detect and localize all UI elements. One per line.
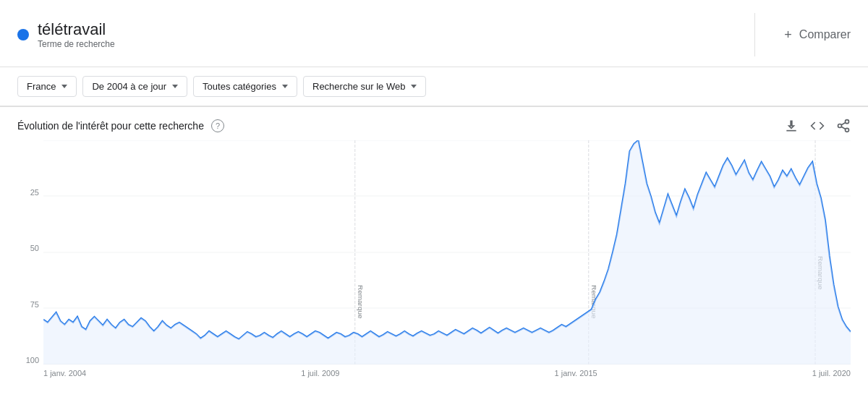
period-filter[interactable]: De 2004 à ce jour (82, 76, 187, 97)
x-axis: 1 janv. 2004 1 juil. 2009 1 janv. 2015 1… (43, 366, 851, 386)
chart-header: Évolution de l'intérêt pour cette recher… (17, 119, 851, 133)
chart-title-block: Évolution de l'intérêt pour cette recher… (17, 119, 224, 132)
compare-plus-icon: + (784, 27, 792, 43)
x-label-2015: 1 janv. 2015 (555, 369, 597, 378)
svg-line-5 (841, 122, 846, 124)
compare-label[interactable]: Comparer (799, 28, 851, 41)
region-label: France (27, 81, 56, 92)
chart-section: Évolution de l'intérêt pour cette recher… (0, 107, 868, 386)
region-filter[interactable]: France (17, 76, 77, 97)
share-icon[interactable] (836, 119, 851, 133)
y-label-25: 25 (17, 188, 39, 197)
trend-chart: Remarque Remarque Remarque (43, 140, 851, 364)
svg-point-3 (846, 128, 849, 132)
x-label-2004: 1 janv. 2004 (43, 369, 86, 378)
svg-line-4 (841, 127, 846, 129)
category-label: Toutes catégories (203, 81, 276, 92)
chart-actions (784, 119, 851, 133)
category-chevron-icon (282, 85, 288, 88)
period-chevron-icon (172, 85, 178, 88)
svg-point-2 (838, 124, 842, 128)
compare-section[interactable]: + Comparer (784, 27, 851, 43)
search-term-title: télétravail (38, 20, 115, 39)
chart-container: 100 75 50 25 Remarque Remarque (17, 140, 851, 386)
search-type-label: Recherche sur le Web (312, 81, 405, 92)
category-filter[interactable]: Toutes catégories (193, 76, 297, 97)
y-axis: 100 75 50 25 (17, 140, 43, 364)
search-type-chevron-icon (411, 85, 417, 88)
x-label-2020: 1 juil. 2020 (812, 369, 851, 378)
svg-point-1 (846, 120, 849, 124)
header: télétravail Terme de recherche + Compare… (0, 0, 868, 67)
download-icon[interactable] (784, 119, 799, 133)
period-label: De 2004 à ce jour (92, 81, 166, 92)
search-term-subtitle: Terme de recherche (38, 39, 115, 49)
search-term-block: télétravail Terme de recherche (17, 20, 115, 49)
region-chevron-icon (61, 85, 67, 88)
filters-bar: France De 2004 à ce jour Toutes catégori… (0, 67, 868, 107)
x-label-2009: 1 juil. 2009 (301, 369, 339, 378)
y-label-100: 100 (17, 356, 39, 364)
help-icon[interactable]: ? (211, 119, 224, 132)
svg-text:Remarque: Remarque (357, 285, 365, 319)
search-term-text: télétravail Terme de recherche (38, 20, 115, 49)
y-label-75: 75 (17, 300, 39, 309)
header-divider (754, 13, 755, 56)
chart-title: Évolution de l'intérêt pour cette recher… (17, 120, 204, 132)
code-icon[interactable] (810, 119, 825, 133)
search-term-dot (17, 29, 29, 40)
search-type-filter[interactable]: Recherche sur le Web (303, 76, 426, 97)
chart-svg-area: Remarque Remarque Remarque (43, 140, 851, 364)
y-label-50: 50 (17, 244, 39, 252)
